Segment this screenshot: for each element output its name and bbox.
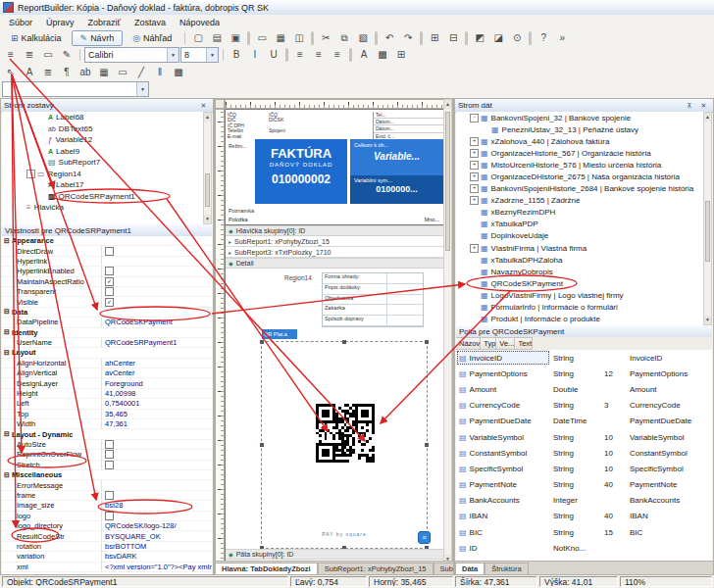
open-report-icon[interactable]: ▤ bbox=[208, 29, 226, 46]
expander-icon[interactable]: + bbox=[470, 137, 479, 146]
doc-info-row[interactable]: Dátum... bbox=[374, 119, 444, 125]
align-right-icon[interactable]: ≡ bbox=[329, 46, 346, 63]
category-expander-icon[interactable]: ⊟ bbox=[4, 308, 10, 316]
dbtext-tool-icon[interactable]: ab bbox=[76, 64, 94, 80]
expander-icon[interactable]: + bbox=[470, 244, 479, 253]
menu-item[interactable]: Zobraziť bbox=[81, 17, 128, 28]
close-icon[interactable]: ✕ bbox=[697, 100, 710, 112]
property-value[interactable]: QRCodeSRPayment1 bbox=[102, 338, 212, 347]
separator[interactable] bbox=[465, 31, 468, 45]
field-name-cell[interactable]: BIC bbox=[456, 524, 550, 540]
workspace-tab[interactable]: ◎ Náhľad bbox=[124, 30, 180, 46]
scrollbar-thumb[interactable] bbox=[445, 112, 450, 251]
field-name-cell[interactable]: PaymentDueDate bbox=[456, 414, 550, 429]
field-name-cell[interactable]: CurrencyCode bbox=[456, 398, 550, 414]
tree-item[interactable]: A Label17 bbox=[2, 179, 212, 191]
workspace-tab[interactable]: ✎ Návrh bbox=[72, 30, 124, 46]
band-detail[interactable]: ◆ Detail bbox=[226, 258, 443, 269]
select-tool-icon[interactable]: ⇖ bbox=[2, 64, 20, 80]
chevron-down-icon[interactable]: ▼ bbox=[136, 82, 148, 96]
zoom-icon[interactable]: ⊙ bbox=[508, 29, 526, 46]
field-name-cell[interactable]: Amount bbox=[456, 381, 550, 397]
category-expander-icon[interactable]: ⊟ bbox=[4, 573, 10, 574]
field-name-cell[interactable]: SpecificSymbol bbox=[456, 461, 550, 476]
data-tree-item[interactable]: ▦ FormularInfo | Informácie o formulári bbox=[456, 302, 712, 314]
report-tab[interactable]: SubReport1: xPohybyZbozi_15 bbox=[318, 563, 434, 574]
invoice-total-box[interactable]: Celkom k úh... Variable... Variabilní sy… bbox=[350, 139, 443, 204]
undo-icon[interactable]: ↶ bbox=[381, 29, 398, 46]
bold-icon[interactable]: B bbox=[228, 46, 245, 63]
border-icon[interactable]: ⊞ bbox=[392, 46, 410, 63]
separator[interactable] bbox=[311, 31, 314, 45]
items-col-left[interactable]: Položka bbox=[229, 217, 248, 222]
field-name-cell[interactable]: VariableSymbol bbox=[456, 429, 550, 445]
resize-handle[interactable] bbox=[342, 340, 346, 344]
payment-row[interactable]: Zakazka bbox=[323, 305, 423, 316]
field-name-cell[interactable]: PaymentNote bbox=[456, 477, 550, 493]
save-report-icon[interactable]: ▣ bbox=[227, 29, 244, 46]
bring-to-front-icon[interactable]: ◩ bbox=[471, 29, 488, 46]
field-row[interactable]: SpecificSymbol String 10 SpecificSymbol bbox=[456, 461, 712, 476]
property-row[interactable]: DesignLayer Foreground bbox=[2, 378, 212, 388]
property-value[interactable] bbox=[102, 297, 212, 306]
property-row[interactable]: AlignHorizontal ahCenter bbox=[2, 359, 212, 368]
data-tree-item[interactable]: + ▦ BankovniSpojeniHistorie_2684 | Banko… bbox=[456, 183, 712, 195]
items-col-right[interactable]: Mno... bbox=[425, 217, 439, 222]
shape-tool-icon[interactable]: ▭ bbox=[114, 64, 131, 80]
pin-icon[interactable]: ⊼ bbox=[683, 100, 695, 112]
field-row[interactable]: PaymentNote String 40 PaymentNote bbox=[456, 477, 712, 493]
property-value[interactable] bbox=[102, 267, 212, 275]
property-row[interactable]: Image_size bsI28 bbox=[2, 501, 212, 511]
property-value[interactable]: <?xml version="1.0"?><Pay xmlns="http: bbox=[102, 563, 212, 571]
property-row[interactable]: Visible bbox=[2, 297, 212, 307]
column-header[interactable]: Text bbox=[515, 337, 533, 350]
chevron-down-icon[interactable]: ▼ bbox=[167, 48, 178, 62]
property-row[interactable]: ⊟Miscellaneous bbox=[2, 470, 212, 480]
menu-item[interactable]: Úpravy bbox=[39, 17, 81, 28]
data-tree-item[interactable]: + ▦ MistoUrceniHistorie_576 | Miesto urč… bbox=[456, 159, 712, 171]
align-left-icon[interactable]: ≡ bbox=[291, 46, 309, 63]
tree-item[interactable]: ▤ SubReport7 bbox=[2, 157, 212, 169]
payment-row[interactable]: Popis dodávky: bbox=[323, 284, 423, 295]
chevron-down-icon[interactable]: ▼ bbox=[206, 48, 218, 62]
invoice-title-box[interactable]: FAKTÚRA DAŇOVÝ DOKLAD 010000002 bbox=[255, 139, 347, 204]
resize-handle[interactable] bbox=[260, 340, 264, 344]
property-row[interactable]: ⊟Layout bbox=[2, 348, 212, 358]
payment-row[interactable]: Spôsob dopravy bbox=[323, 316, 423, 326]
field-row[interactable]: PaymentOptions String 12 PaymentOptions bbox=[456, 366, 712, 381]
property-row[interactable]: frame bbox=[2, 491, 212, 501]
property-value[interactable] bbox=[102, 440, 212, 449]
property-row[interactable]: Height 41,00998 bbox=[2, 389, 212, 399]
property-row[interactable]: Left 0,7540001 bbox=[2, 399, 212, 409]
data-tree-item[interactable]: + ▦ OrganizaceDHistorie_2675 | Naša orga… bbox=[456, 171, 712, 182]
close-icon[interactable]: ✕ bbox=[197, 100, 210, 112]
image-tool-icon[interactable]: ▦ bbox=[95, 64, 113, 80]
scroll-down-icon[interactable]: ▼ bbox=[704, 316, 711, 324]
send-to-back-icon[interactable]: ◪ bbox=[489, 29, 507, 46]
report-tab[interactable]: SubReport... bbox=[434, 563, 453, 574]
doc-info-row[interactable]: Tel... bbox=[374, 112, 444, 119]
group-icon[interactable]: ⊞ bbox=[426, 29, 443, 46]
property-row[interactable]: AutoSize bbox=[2, 440, 212, 450]
edit-icon[interactable]: ✎ bbox=[58, 46, 76, 63]
help-icon[interactable]: ? bbox=[535, 29, 552, 46]
property-value[interactable]: QRCodeSK/logo-128/ bbox=[102, 521, 212, 530]
scroll-up-icon[interactable]: ▲ bbox=[444, 100, 451, 109]
data-tree-item[interactable]: ▦ QRCodeSKPayment bbox=[456, 277, 712, 289]
property-value[interactable] bbox=[102, 450, 212, 459]
data-tree-item[interactable]: ▦ xTabulkaDPHZaloha bbox=[456, 254, 712, 266]
field-row[interactable]: ID NotKno... bbox=[456, 540, 712, 556]
column-header[interactable]: Názov bbox=[456, 337, 481, 350]
data-tree-item[interactable]: ▦ Produkt | Informácie o produkte bbox=[456, 314, 712, 325]
data-tree-item[interactable]: ▦ PenezniUstav_32_13 | Peňažné ústavy bbox=[456, 123, 712, 135]
property-row[interactable]: logo bbox=[2, 512, 212, 521]
data-tree-scrollbar[interactable]: ▲ ▼ bbox=[703, 112, 712, 325]
property-value[interactable] bbox=[102, 480, 212, 489]
expander-icon[interactable]: + bbox=[470, 161, 479, 170]
field-name-cell[interactable]: BankAccounts bbox=[456, 493, 550, 509]
property-value[interactable]: bsI28 bbox=[102, 501, 212, 510]
memo-tool-icon[interactable]: ≣ bbox=[39, 64, 57, 80]
property-row[interactable]: Width 47,361 bbox=[2, 419, 212, 429]
checkbox[interactable] bbox=[105, 440, 114, 449]
options-icon[interactable]: » bbox=[553, 29, 571, 46]
